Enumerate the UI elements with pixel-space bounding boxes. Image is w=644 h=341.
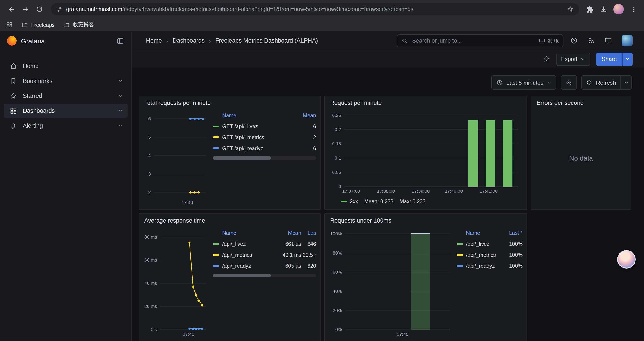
forward-icon[interactable] xyxy=(19,3,32,15)
series-swatch xyxy=(213,125,219,127)
legend-col-header[interactable]: Las xyxy=(301,230,316,236)
chevron-down-icon[interactable] xyxy=(118,123,123,128)
legend-row[interactable]: /api/_readyz100% xyxy=(457,260,522,271)
panel-title[interactable]: Average response time xyxy=(139,214,320,225)
browser-menu-icon[interactable] xyxy=(630,6,637,13)
panel-title[interactable]: Total requests per minute xyxy=(139,96,320,107)
legend-row[interactable]: /api/_livez661 µs646 xyxy=(213,238,316,249)
back-icon[interactable] xyxy=(5,3,18,15)
assistant-avatar[interactable] xyxy=(617,250,636,269)
bookmark-folder-freeleaps[interactable]: Freeleaps xyxy=(22,22,54,28)
series-swatch xyxy=(213,243,219,245)
panel-title[interactable]: Requests under 100ms xyxy=(325,214,527,225)
home-icon xyxy=(10,62,17,70)
legend-row[interactable]: /api/_livez100% xyxy=(457,238,522,249)
breadcrumb-home[interactable]: Home xyxy=(146,37,162,44)
total-requests-chart[interactable]: 2345617:40 xyxy=(143,109,210,206)
panel-title[interactable]: Errors per second xyxy=(531,96,631,107)
chevron-down-icon xyxy=(581,57,586,62)
legend-row[interactable]: /api/_readyz605 µs620 xyxy=(213,260,316,271)
legend-col-header[interactable]: Name xyxy=(213,112,292,118)
url-text: grafana.mathmast.com/d/deytv4rwavabkb/fr… xyxy=(66,6,563,12)
favorite-star-icon[interactable] xyxy=(542,55,550,63)
refresh-button-group: Refresh xyxy=(582,76,632,90)
folder-icon xyxy=(22,22,28,28)
bookmark-folder-blogs[interactable]: 收藏博客 xyxy=(63,21,94,29)
legend-row[interactable]: /api/_metrics100% xyxy=(457,249,522,260)
requests-under-100ms-chart[interactable]: 0%20%40%60%80%100%17:40 xyxy=(329,226,454,337)
apps-grid-icon[interactable] xyxy=(6,22,13,28)
sidebar-item-alerting[interactable]: Alerting xyxy=(4,119,128,133)
chevron-down-icon[interactable] xyxy=(118,78,123,83)
keyboard-icon xyxy=(539,37,545,44)
bookmark-star-icon[interactable] xyxy=(567,6,574,13)
legend-row[interactable]: GET /api/_livez6 xyxy=(213,121,316,132)
reload-icon[interactable] xyxy=(33,3,46,15)
legend-col-header[interactable]: Last * xyxy=(502,230,522,236)
export-button[interactable]: Export xyxy=(556,53,590,66)
browser-profile-avatar[interactable] xyxy=(613,4,624,15)
legend-col-header[interactable]: Name xyxy=(457,230,502,236)
browser-toolbar: grafana.mathmast.com/d/deytv4rwavabkb/fr… xyxy=(0,0,644,19)
dashboard-grid: Total requests per minute 2345617:40 Nam… xyxy=(132,96,644,341)
url-bar[interactable]: grafana.mathmast.com/d/deytv4rwavabkb/fr… xyxy=(51,3,579,15)
series-swatch xyxy=(213,147,219,149)
breadcrumb-dashboards[interactable]: Dashboards xyxy=(172,37,204,44)
request-per-minute-chart[interactable]: 00.050.10.150.20.2517:37:0017:38:0017:39… xyxy=(329,109,522,194)
refresh-interval-caret[interactable] xyxy=(620,76,632,90)
average-response-time-chart[interactable]: 0 s20 ms40 ms60 ms80 ms17:40 xyxy=(143,226,210,337)
legend-scrollbar[interactable] xyxy=(213,274,316,277)
time-range-picker[interactable]: Last 5 minutes xyxy=(492,76,556,90)
no-data-message: No data xyxy=(531,107,631,209)
svg-text:60 ms: 60 ms xyxy=(144,257,157,262)
breadcrumb-separator: › xyxy=(209,37,211,44)
legend-header: NameMeanLas xyxy=(213,227,316,238)
panel-title[interactable]: Request per minute xyxy=(325,96,527,107)
legend-row[interactable]: /api/_metrics40.1 ms20.5 r xyxy=(213,249,316,260)
share-button[interactable]: Share xyxy=(596,53,622,66)
sidebar-item-starred[interactable]: Starred xyxy=(4,89,128,103)
legend-item-2xx[interactable]: 2xx Mean: 0.233 Max: 0.233 xyxy=(329,197,522,206)
download-icon[interactable] xyxy=(600,6,607,13)
user-avatar[interactable] xyxy=(622,35,632,46)
svg-text:17:41:00: 17:41:00 xyxy=(480,188,498,194)
chevron-down-icon[interactable] xyxy=(118,108,123,113)
legend-row[interactable]: GET /api/_readyz6 xyxy=(213,143,316,154)
legend-col-header[interactable]: Mean xyxy=(292,112,316,118)
legend: NameMeanLas/api/_livez661 µs646/api/_met… xyxy=(213,226,316,337)
svg-text:2: 2 xyxy=(148,190,151,195)
grafana-logo[interactable] xyxy=(7,36,17,46)
scrollbar-thumb[interactable] xyxy=(213,156,271,160)
sidebar-item-bookmarks[interactable]: Bookmarks xyxy=(4,74,128,88)
svg-text:80%: 80% xyxy=(333,250,342,255)
main-area: Home › Dashboards › Freeleaps Metrics Da… xyxy=(132,32,644,341)
help-icon[interactable] xyxy=(570,37,578,44)
refresh-button[interactable]: Refresh xyxy=(582,76,620,90)
search-box[interactable]: ⌘+k xyxy=(397,34,563,47)
sidebar: Grafana Home Bookmarks xyxy=(0,32,132,341)
zoom-out-button[interactable] xyxy=(561,76,577,90)
rss-icon[interactable] xyxy=(588,37,595,44)
series-swatch xyxy=(457,243,463,245)
legend-col-header[interactable]: Mean xyxy=(276,230,301,236)
sidebar-item-dashboards[interactable]: Dashboards xyxy=(4,104,128,118)
extensions-icon[interactable] xyxy=(586,6,594,13)
search-input[interactable] xyxy=(411,37,535,44)
sidebar-item-home[interactable]: Home xyxy=(4,59,128,73)
site-settings-icon[interactable] xyxy=(56,6,63,13)
legend-col-header[interactable]: Name xyxy=(213,230,276,236)
sidebar-toggle-icon[interactable] xyxy=(116,37,124,45)
panel-requests-under-100ms: Requests under 100ms 0%20%40%60%80%100%1… xyxy=(324,213,528,341)
legend-row[interactable]: GET /api/_metrics2 xyxy=(213,132,316,143)
share-menu-caret[interactable] xyxy=(622,53,632,66)
scrollbar-thumb[interactable] xyxy=(213,274,271,277)
chevron-down-icon[interactable] xyxy=(118,93,123,98)
svg-text:6: 6 xyxy=(148,116,151,121)
brand-row: Grafana xyxy=(0,32,131,50)
sidebar-item-label: Dashboards xyxy=(23,107,55,114)
monitor-icon[interactable] xyxy=(604,37,612,44)
svg-text:17:39:00: 17:39:00 xyxy=(412,188,430,194)
legend-scrollbar[interactable] xyxy=(213,156,316,160)
sidebar-item-label: Alerting xyxy=(23,122,43,129)
browser-window: grafana.mathmast.com/d/deytv4rwavabkb/fr… xyxy=(0,0,644,341)
